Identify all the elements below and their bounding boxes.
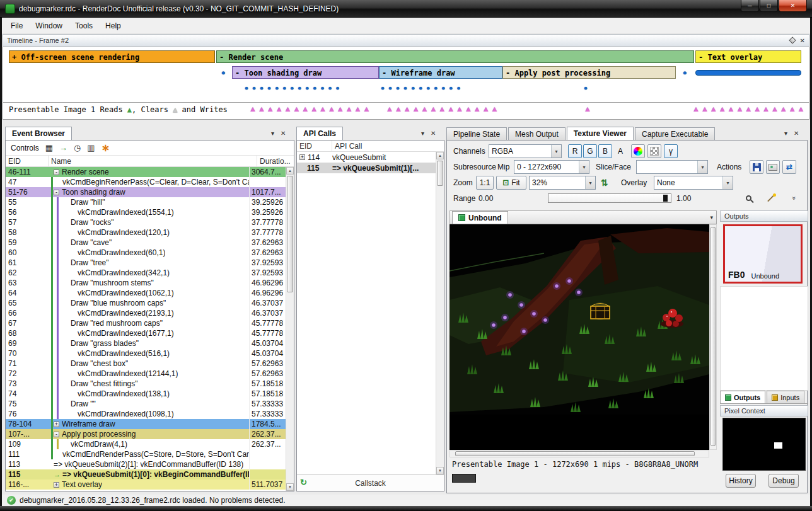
pixel-context-view[interactable] [722,418,806,471]
table-row[interactable]: 113 => vkQueueSubmit(2)[1]: vkEndCommand… [6,459,286,469]
table-row[interactable]: 67 Draw "red mushroom caps" 45.77778 [6,318,286,328]
close-icon[interactable]: ✕ [281,130,286,137]
table-row[interactable]: 115 → => vkQueueSubmit(1)[0]: vkBeginCom… [6,469,286,479]
fb0-thumbnail[interactable]: FB0 Unbound [723,224,803,284]
toolbar-overflow-icon[interactable]: » [791,197,798,200]
viewport-horizontal-scrollbar[interactable] [450,450,709,457]
table-row[interactable]: 47 vkCmdBeginRenderPass(C=Clear, D=Clear… [6,177,286,187]
mip-select[interactable]: 0 - 1272x690▾ [514,160,589,174]
column-api-call[interactable]: API Call [332,142,444,151]
table-row[interactable]: 66 vkCmdDrawIndexed(2193,1) 46.37037 [6,308,286,318]
table-row[interactable]: 64 vkCmdDrawIndexed(1062,1) 46.96296 [6,288,286,298]
table-row[interactable]: 71 Draw "chest box" 57.62963 [6,359,286,369]
timeline-draw-dot[interactable]: ● [221,69,229,76]
table-row[interactable]: 51-76 - Toon shading draw 1017.7... [6,187,286,197]
overlay-select[interactable]: None▾ [654,176,733,190]
tab-outputs[interactable]: Outputs [720,391,765,403]
scrollbar-thumb[interactable] [455,451,695,456]
tab-inputs[interactable]: Inputs [767,391,804,403]
channels-select[interactable]: RGBA▾ [489,144,562,158]
table-row[interactable]: 61 Draw "tree" 37.92593 [6,258,286,268]
maximize-button[interactable]: □ [760,0,778,12]
texture-viewport[interactable] [450,224,709,450]
scroll-down-icon[interactable]: ▼ [286,483,294,491]
table-row[interactable]: 69 Draw "grass blades" 45.03704 [6,338,286,348]
column-eid[interactable]: EID [6,156,49,166]
table-row[interactable]: 78-104 + Wireframe draw 1784.5... [6,419,286,429]
expand-toggle[interactable]: - [54,169,59,175]
timeline-post-draw-dot[interactable]: ● [584,84,591,91]
right-panel-tab[interactable]: Capture Executable [635,127,715,140]
table-row[interactable]: 111 vkCmdEndRenderPass(C=Store, D=Store,… [6,449,286,459]
expand-toggle[interactable]: - [54,190,59,195]
zoom-fit-button[interactable]: ⊡ Fit [496,176,526,190]
slice-face-select[interactable]: ▾ [636,160,708,174]
scrollbar-thumb[interactable] [437,161,443,186]
snapshot-button[interactable] [766,160,780,174]
menu-item[interactable]: Tools [69,18,99,33]
right-panel-tab[interactable]: Pipeline State [446,127,507,140]
close-icon[interactable]: ✕ [800,37,805,44]
menu-item[interactable]: File [4,18,29,33]
autofit-wand-icon[interactable] [766,193,776,204]
timeline-wireframe-draw-dots[interactable]: ●●●●●●●●●●● [381,84,464,91]
expand-toggle[interactable]: - [54,432,59,437]
refresh-button[interactable]: ⇄ [782,160,796,174]
table-row[interactable]: 72 vkCmdDrawIndexed(12144,1) 57.62963 [6,369,286,379]
table-row[interactable]: 60 vkCmdDrawIndexed(60,1) 37.62963 [6,248,286,258]
callstack-section[interactable]: ↻ Callstack [297,474,444,491]
table-row[interactable]: 70 vkCmdDrawIndexed(516,1) 45.03704 [6,348,286,359]
scrollbar-thumb[interactable] [287,176,293,292]
table-row[interactable]: 46-111 - Render scene 3064.7... [6,167,286,177]
table-row[interactable]: 73 Draw "chest fittings" 57.18518 [6,379,286,389]
write-markers-wireframe[interactable]: ▲▲▲▲▲▲▲▲▲▲▲▲▲ [386,105,499,113]
table-row[interactable]: 59 Draw "cave" 37.62963 [6,238,286,248]
table-row[interactable]: 107-... - Apply post processing 262.37..… [6,429,286,439]
scroll-up-icon[interactable]: ▲ [436,152,444,159]
table-row[interactable]: 65 Draw "blue mushroom caps" 46.37037 [6,298,286,308]
texture-image[interactable] [450,224,709,450]
zoom-1to1-button[interactable]: 1:1 [476,176,494,190]
timeline-toon-draw-dots[interactable]: ●●●●●●●●●●●●● [245,84,344,91]
table-row[interactable]: 74 vkCmdDrawIndexed(138,1) 57.18518 [6,389,286,399]
chevron-down-icon[interactable]: ▾ [271,130,274,137]
table-row[interactable]: 62 vkCmdDrawIndexed(342,1) 37.92593 [6,268,286,278]
tab-event-browser[interactable]: Event Browser [5,127,72,140]
red-channel-button[interactable]: R [568,144,582,158]
scroll-up-icon[interactable]: ▲ [286,167,294,175]
green-channel-button[interactable]: G [583,144,597,158]
browse-icon[interactable]: ▦ [45,143,53,152]
right-panel-tab[interactable]: Texture Viewer [567,127,634,140]
table-row[interactable]: 58 vkCmdDrawIndexed(120,1) 37.77778 [6,227,286,238]
expand-toggle[interactable]: + [54,422,59,427]
menu-item[interactable]: Window [29,18,69,33]
callstack-refresh-icon[interactable]: ↻ [300,478,307,487]
scrollbar-thumb[interactable] [710,227,716,446]
background-checker-button[interactable] [647,144,661,158]
expand-toggle[interactable]: + [299,154,305,160]
write-marker-post[interactable]: ▲ [584,105,593,113]
timeline-overlay-duration-bar[interactable] [695,70,801,76]
save-texture-button[interactable] [750,160,763,174]
minimize-button[interactable]: ─ [741,0,759,12]
api-calls-scrollbar[interactable]: ▲ ▼ [436,152,444,474]
close-button[interactable]: ✕ [779,0,807,12]
debug-button[interactable]: Debug [768,474,799,488]
gamma-button[interactable]: γ [664,144,678,158]
event-browser-scrollbar[interactable]: ▲ ▼ [286,167,294,491]
table-row[interactable]: 68 vkCmdDrawIndexed(1677,1) 45.77778 [6,328,286,338]
time-durations-icon[interactable]: ◷ [74,143,81,152]
column-eid[interactable]: EID [297,141,332,151]
timeline-marker-wireframe[interactable]: - Wireframe draw [379,66,502,79]
chevron-down-icon[interactable]: ▾ [784,130,787,137]
zoom-range-icon[interactable] [746,195,751,201]
api-call-row[interactable]: 115 => vkQueueSubmit(1)[... [297,163,444,173]
table-row[interactable]: 56 vkCmdDrawIndexed(1554,1) 39.25926 [6,207,286,217]
blue-channel-button[interactable]: B [598,144,612,158]
table-row[interactable]: 57 Draw "rocks" 37.77778 [6,217,286,227]
history-button[interactable]: History [726,474,756,488]
timeline-marker-offscreen[interactable]: + Off-screen scene rendering [9,50,215,63]
timeline-body[interactable]: + Off-screen scene rendering - Render sc… [3,47,809,120]
stats-icon[interactable]: ▥ [87,143,95,152]
tab-api-calls[interactable]: API Calls [296,127,343,140]
